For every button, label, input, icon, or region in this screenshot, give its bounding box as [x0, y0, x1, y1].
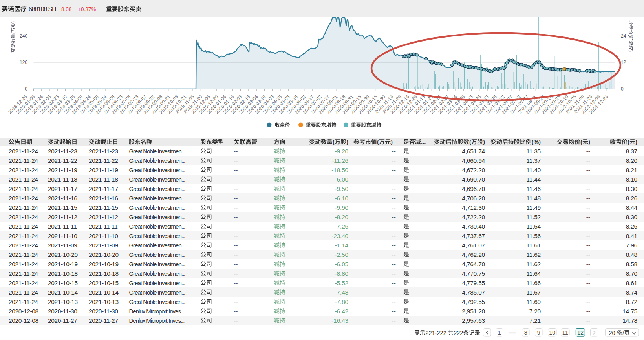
- svg-text:2,957.63: 2,957.63: [462, 317, 485, 324]
- svg-text:2021-11-18: 2021-11-18: [48, 176, 77, 183]
- svg-text:-11.26: -11.26: [332, 157, 348, 164]
- svg-text:2021-11-19: 2021-11-19: [48, 167, 77, 173]
- svg-text:11.64: 11.64: [526, 270, 541, 277]
- svg-text:10: 10: [549, 329, 555, 336]
- svg-text:2021-11-09: 2021-11-09: [48, 242, 77, 249]
- svg-text:11.54: 11.54: [526, 223, 541, 230]
- svg-text:2021-11-10: 2021-11-10: [48, 233, 77, 239]
- svg-text:(: (: [580, 138, 582, 145]
- svg-text:--: --: [234, 242, 238, 249]
- svg-text:4,779.55: 4,779.55: [462, 280, 485, 286]
- svg-text:-6.05: -6.05: [335, 261, 348, 267]
- svg-text:4,722.20: 4,722.20: [462, 214, 485, 220]
- svg-text:4,762.20: 4,762.20: [462, 251, 485, 258]
- svg-text:8.48: 8.48: [626, 251, 637, 258]
- svg-text:0: 0: [621, 86, 624, 92]
- svg-text:-7.26: -7.26: [335, 223, 348, 230]
- svg-text:-6.00: -6.00: [335, 176, 349, 183]
- svg-text:--: --: [234, 270, 238, 277]
- svg-text:2021-11-17: 2021-11-17: [89, 185, 118, 192]
- svg-text:2021-10-20: 2021-10-20: [48, 251, 78, 258]
- svg-text:11.67: 11.67: [526, 289, 541, 296]
- svg-text:11.37: 11.37: [526, 157, 541, 164]
- svg-text:--: --: [234, 176, 238, 183]
- svg-text:11.56: 11.56: [526, 233, 541, 239]
- svg-text:--: --: [392, 233, 396, 239]
- svg-text:--: --: [392, 280, 396, 286]
- svg-text:2021-10-13: 2021-10-13: [48, 298, 78, 305]
- svg-text:2020-11-27: 2020-11-27: [89, 317, 118, 324]
- svg-text:11.61: 11.61: [526, 242, 541, 249]
- svg-text:--: --: [586, 280, 590, 286]
- svg-text:+0.37%: +0.37%: [78, 6, 96, 12]
- svg-text:-9.90: -9.90: [335, 204, 349, 211]
- svg-text:--: --: [234, 308, 238, 315]
- svg-text:4,672.20: 4,672.20: [462, 167, 485, 173]
- svg-text:2021-11-24: 2021-11-24: [9, 251, 38, 258]
- svg-text:): ): [588, 138, 590, 145]
- svg-text:--: --: [392, 308, 396, 315]
- svg-text:2021-11-15: 2021-11-15: [48, 204, 77, 211]
- svg-text:8.30: 8.30: [626, 214, 638, 220]
- svg-text:Great Noble Investmen...: Great Noble Investmen...: [129, 261, 185, 267]
- svg-text:--: --: [392, 223, 396, 230]
- svg-text:2021-10-15: 2021-10-15: [48, 280, 78, 286]
- svg-text:--: --: [586, 167, 590, 173]
- svg-text:--: --: [392, 214, 396, 220]
- svg-text:8.20: 8.20: [626, 157, 638, 164]
- svg-text:Denlux Microport Inves...: Denlux Microport Inves...: [129, 308, 185, 315]
- svg-text:7.21: 7.21: [529, 317, 541, 324]
- svg-text:--: --: [234, 148, 238, 155]
- svg-text:7.96: 7.96: [626, 242, 637, 249]
- svg-text:Great Noble Investmen...: Great Noble Investmen...: [129, 148, 185, 155]
- svg-text:2021-10-14: 2021-10-14: [89, 289, 119, 296]
- svg-text:11.48: 11.48: [526, 195, 541, 202]
- svg-text:7.20: 7.20: [529, 308, 541, 315]
- svg-text:--: --: [392, 157, 396, 164]
- svg-text:8.10: 8.10: [626, 176, 638, 183]
- svg-text:8.26: 8.26: [626, 223, 637, 230]
- svg-text:11.52: 11.52: [526, 214, 541, 220]
- svg-text:2021-11-23: 2021-11-23: [89, 148, 118, 155]
- svg-text:--: --: [586, 214, 590, 220]
- svg-text:--: --: [234, 317, 238, 324]
- svg-text:): ): [346, 138, 348, 145]
- svg-text:20: 20: [609, 330, 615, 336]
- svg-text:--: --: [234, 251, 238, 258]
- svg-text:Great Noble Investmen...: Great Noble Investmen...: [129, 195, 185, 202]
- svg-text:120: 120: [20, 60, 27, 65]
- svg-text:240: 240: [20, 33, 27, 39]
- svg-text:2020-12-08: 2020-12-08: [9, 317, 38, 324]
- svg-text:Great Noble Investmen...: Great Noble Investmen...: [129, 242, 185, 249]
- svg-text:Great Noble Investmen...: Great Noble Investmen...: [129, 167, 185, 173]
- svg-text:2021-10-20: 2021-10-20: [89, 251, 119, 258]
- svg-text:--: --: [586, 176, 590, 183]
- svg-text:Great Noble Investmen...: Great Noble Investmen...: [129, 298, 185, 305]
- svg-text:Great Noble Investmen...: Great Noble Investmen...: [129, 289, 185, 296]
- svg-text:--: --: [586, 242, 590, 249]
- svg-text:(: (: [377, 138, 379, 145]
- svg-text:Great Noble Investmen...: Great Noble Investmen...: [129, 214, 185, 220]
- svg-text:2021-10-14: 2021-10-14: [48, 289, 78, 296]
- svg-text:2,951.20: 2,951.20: [462, 308, 485, 315]
- svg-text:4,764.70: 4,764.70: [462, 261, 485, 267]
- svg-text:2021-11-24: 2021-11-24: [9, 204, 38, 211]
- svg-text:--: --: [234, 289, 238, 296]
- svg-text:--: --: [586, 308, 590, 315]
- svg-text:--: --: [234, 185, 238, 192]
- svg-text:8.61: 8.61: [626, 280, 637, 286]
- svg-text:--: --: [586, 185, 590, 192]
- svg-text:2021-11-11: 2021-11-11: [89, 223, 118, 230]
- svg-text:--: --: [586, 148, 590, 155]
- svg-text:2020-12-08: 2020-12-08: [9, 308, 38, 315]
- svg-text:4,690.70: 4,690.70: [462, 176, 485, 183]
- svg-text:2021-11-24: 2021-11-24: [9, 148, 38, 155]
- svg-text:2021-11-15: 2021-11-15: [89, 204, 118, 211]
- svg-text:11.49: 11.49: [526, 204, 541, 211]
- svg-text:(%): (%): [532, 138, 541, 145]
- svg-text:11.35: 11.35: [526, 148, 541, 155]
- svg-text:4,660.94: 4,660.94: [462, 157, 485, 164]
- svg-text:2021-10-13: 2021-10-13: [89, 298, 119, 305]
- svg-text:11.40: 11.40: [526, 167, 541, 173]
- svg-text:-9.20: -9.20: [335, 148, 349, 155]
